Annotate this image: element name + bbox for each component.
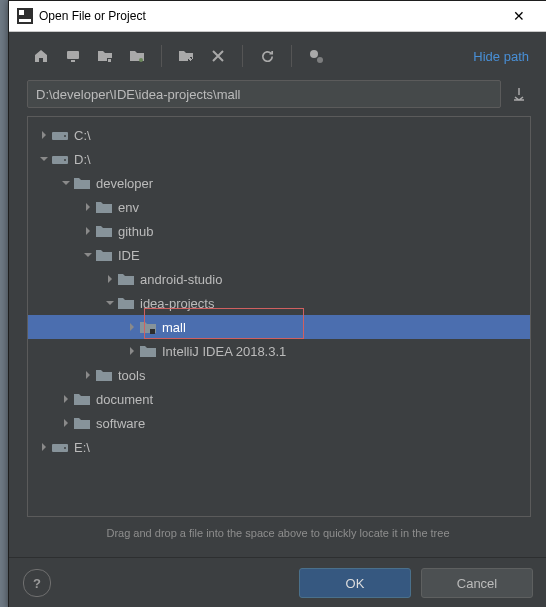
app-icon: [17, 8, 33, 24]
delete-button[interactable]: [204, 42, 232, 70]
drive-icon: [52, 152, 68, 166]
expand-arrow-icon[interactable]: [82, 225, 94, 237]
tree-node-label: E:\: [74, 440, 90, 455]
toolbar-separator: [161, 45, 162, 67]
tree-node[interactable]: software: [28, 411, 530, 435]
tree-node[interactable]: env: [28, 195, 530, 219]
svg-point-11: [64, 135, 66, 137]
tree-node-label: IntelliJ IDEA 2018.3.1: [162, 344, 286, 359]
tree-node-label: IDE: [118, 248, 140, 263]
tree-node[interactable]: IDE: [28, 243, 530, 267]
show-hidden-button[interactable]: [302, 42, 330, 70]
tree-node[interactable]: E:\: [28, 435, 530, 459]
svg-point-7: [139, 58, 143, 62]
expand-arrow-icon[interactable]: [126, 345, 138, 357]
open-file-dialog: Open File or Project ✕ Hide path C:\D:\d…: [8, 0, 546, 607]
project-button[interactable]: [91, 42, 119, 70]
tree-node[interactable]: github: [28, 219, 530, 243]
svg-rect-2: [19, 19, 31, 22]
folder-icon: [96, 224, 112, 238]
folder-icon: [140, 344, 156, 358]
tree-node[interactable]: mall: [28, 315, 530, 339]
expand-arrow-icon[interactable]: [38, 441, 50, 453]
expand-arrow-icon[interactable]: [38, 129, 50, 141]
tree-node[interactable]: document: [28, 387, 530, 411]
svg-rect-3: [67, 51, 79, 59]
new-folder-button[interactable]: [172, 42, 200, 70]
svg-point-8: [310, 50, 318, 58]
hide-path-link[interactable]: Hide path: [473, 49, 537, 64]
tree-node-label: env: [118, 200, 139, 215]
folder-icon: [96, 368, 112, 382]
tree-node-label: tools: [118, 368, 145, 383]
expand-arrow-icon[interactable]: [60, 393, 72, 405]
dialog-footer: ? OK Cancel: [9, 557, 546, 607]
svg-rect-1: [19, 10, 24, 15]
folder-icon: [118, 296, 134, 310]
toolbar: Hide path: [9, 32, 546, 76]
folder-icon: [96, 248, 112, 262]
tree-node-label: software: [96, 416, 145, 431]
svg-rect-4: [71, 60, 75, 62]
tree-node-label: document: [96, 392, 153, 407]
close-button[interactable]: ✕: [499, 8, 539, 24]
tree-node-label: github: [118, 224, 153, 239]
drop-hint: Drag and drop a file into the space abov…: [9, 517, 546, 547]
tree-node[interactable]: C:\: [28, 123, 530, 147]
path-row: [9, 76, 546, 114]
tree-node[interactable]: tools: [28, 363, 530, 387]
expand-arrow-icon[interactable]: [104, 273, 116, 285]
history-icon[interactable]: [507, 82, 531, 106]
svg-point-9: [317, 57, 323, 63]
expand-arrow-icon[interactable]: [38, 153, 50, 165]
file-tree[interactable]: C:\D:\developerenvgithubIDEandroid-studi…: [27, 116, 531, 517]
folder-icon: [118, 272, 134, 286]
tree-node[interactable]: IntelliJ IDEA 2018.3.1: [28, 339, 530, 363]
tree-node-label: idea-projects: [140, 296, 214, 311]
svg-point-13: [64, 159, 66, 161]
tree-node-label: developer: [96, 176, 153, 191]
folder-icon: [74, 416, 90, 430]
home-button[interactable]: [27, 42, 55, 70]
drive-icon: [52, 440, 68, 454]
expand-arrow-icon[interactable]: [104, 297, 116, 309]
tree-node[interactable]: android-studio: [28, 267, 530, 291]
expand-arrow-icon[interactable]: [82, 249, 94, 261]
svg-rect-6: [108, 59, 111, 62]
module-button[interactable]: [123, 42, 151, 70]
tree-node-label: mall: [162, 320, 186, 335]
drive-icon: [52, 128, 68, 142]
expand-arrow-icon[interactable]: [60, 417, 72, 429]
ok-button[interactable]: OK: [299, 568, 411, 598]
folder-icon: [74, 176, 90, 190]
toolbar-separator: [242, 45, 243, 67]
tree-node[interactable]: D:\: [28, 147, 530, 171]
expand-arrow-icon[interactable]: [82, 369, 94, 381]
toolbar-separator: [291, 45, 292, 67]
tree-node-label: android-studio: [140, 272, 222, 287]
project-folder-icon: [140, 320, 156, 334]
desktop-button[interactable]: [59, 42, 87, 70]
dialog-title: Open File or Project: [39, 9, 499, 23]
cancel-button[interactable]: Cancel: [421, 568, 533, 598]
tree-node[interactable]: idea-projects: [28, 291, 530, 315]
tree-node-label: C:\: [74, 128, 91, 143]
folder-icon: [74, 392, 90, 406]
refresh-button[interactable]: [253, 42, 281, 70]
expand-arrow-icon[interactable]: [126, 321, 138, 333]
help-button[interactable]: ?: [23, 569, 51, 597]
tree-node-label: D:\: [74, 152, 91, 167]
path-input[interactable]: [27, 80, 501, 108]
tree-node[interactable]: developer: [28, 171, 530, 195]
folder-icon: [96, 200, 112, 214]
expand-arrow-icon[interactable]: [82, 201, 94, 213]
svg-rect-14: [150, 329, 155, 334]
svg-point-16: [64, 447, 66, 449]
titlebar[interactable]: Open File or Project ✕: [9, 1, 546, 32]
expand-arrow-icon[interactable]: [60, 177, 72, 189]
